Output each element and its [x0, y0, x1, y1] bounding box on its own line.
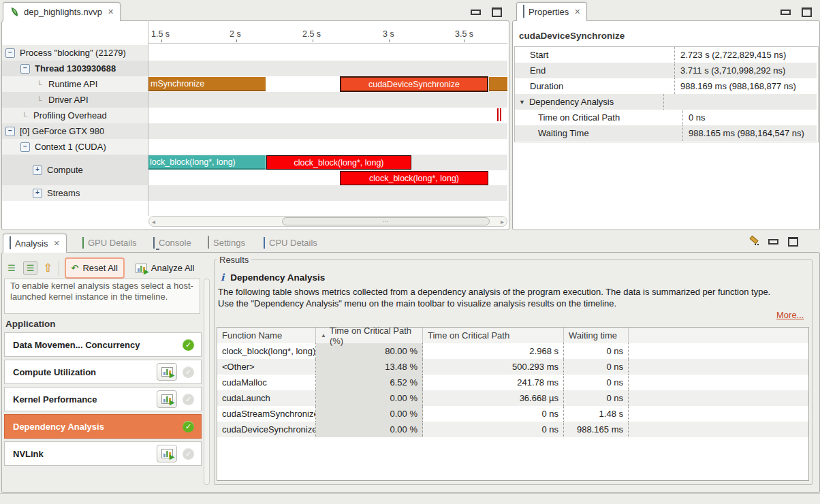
column-header-function-name[interactable]: Function Name [217, 328, 316, 343]
flat-list-icon[interactable]: ☰ [5, 262, 18, 274]
info-icon: i [221, 272, 224, 283]
minimize-icon[interactable] [471, 10, 481, 15]
column-header-time-pct[interactable]: ▲ Time on Critical Path (%) [316, 328, 423, 343]
tab-gpu-details[interactable]: GPU Details [76, 234, 143, 252]
close-icon[interactable]: ✕ [108, 7, 114, 16]
tab-settings[interactable]: Settings [202, 234, 251, 252]
analysis-card-nvlink[interactable]: NVLink ▶ ✓ [4, 441, 202, 466]
grouped-list-icon[interactable]: ☰ [23, 261, 38, 275]
collapse-icon[interactable]: − [5, 127, 15, 136]
tree-row-streams[interactable]: + Streams [0, 185, 180, 201]
collapse-icon[interactable]: − [20, 64, 30, 74]
tab-properties[interactable]: Properties ✕ [516, 2, 587, 21]
column-header-label: Time on Critical Path (%) [330, 326, 417, 346]
property-label: Duration [515, 81, 674, 91]
analysis-card-data-movement[interactable]: Data Movemen... Concurrency ✓ [4, 332, 202, 357]
cell-waiting: 0 ns [564, 375, 629, 390]
analysis-panel-scrollbar[interactable] [204, 279, 210, 485]
analysis-card-label: NVLink [13, 449, 157, 459]
column-header-time[interactable]: Time on Critical Path [423, 328, 564, 343]
cpu-details-tab-label: CPU Details [269, 238, 317, 248]
ruler-tick-label: 2.5 s [302, 29, 321, 39]
branch-icon: └ [35, 96, 44, 104]
timeline-bar-clock-block-2[interactable]: clock_block(long*, long) [340, 171, 488, 185]
tab-cpu-details[interactable]: CPU Details [257, 234, 324, 252]
run-analysis-button[interactable]: ▶ [157, 390, 177, 408]
tab-console[interactable]: Console [147, 234, 198, 252]
close-icon[interactable]: ✕ [574, 7, 580, 16]
tab-timeline[interactable]: dep_highlights.nvvp ✕ [3, 2, 121, 21]
status-bar-divider [0, 493, 820, 494]
bar-chart-icon: ▶ [161, 367, 173, 377]
close-icon[interactable]: ✕ [53, 239, 59, 248]
cell-time: 0 ns [423, 422, 564, 437]
analysis-card-label: Compute Utilization [13, 367, 157, 377]
tree-row-label: Runtime API [48, 79, 97, 89]
settings-tab-label: Settings [213, 238, 245, 248]
profiling-overhead-tick[interactable] [500, 108, 501, 121]
branch-icon: └ [35, 80, 44, 89]
tree-row-gpu[interactable]: − [0] GeForce GTX 980 [0, 123, 153, 139]
analyze-all-button[interactable]: ▶ Analyze All [130, 259, 200, 277]
collapse-icon[interactable]: − [20, 142, 30, 152]
minimize-icon[interactable] [780, 10, 791, 15]
tree-row-thread[interactable]: − Thread 1303930688 [0, 61, 168, 76]
cell-time: 241.78 ms [423, 375, 564, 390]
timeline-bar-cuda-device-synchronize[interactable]: cudaDeviceSynchronize [340, 76, 488, 92]
ruler-baseline [148, 43, 507, 44]
expander-down-icon[interactable]: ▼ [519, 99, 525, 106]
tree-row-driver-api[interactable]: └ Driver API [0, 92, 183, 108]
cell-pct: 13.48 % [316, 359, 423, 375]
scroll-right-icon[interactable]: ▸ [501, 218, 504, 225]
analysis-card-label: Dependency Analysis [13, 422, 183, 432]
analysis-card-kernel-performance[interactable]: Kernel Performance ▶ ✓ [4, 387, 202, 411]
tree-row-profiling-overhead[interactable]: └ Profiling Overhead [0, 108, 168, 123]
maximize-icon[interactable] [788, 237, 798, 247]
tree-row-process[interactable]: − Process "blocking" (21279) [0, 45, 153, 61]
tree-row-label: Process "blocking" (21279) [20, 48, 126, 58]
properties-row: End 3.711 s (3,710,998,292 ns) [515, 63, 817, 78]
cell-waiting: 0 ns [564, 390, 629, 406]
minimize-icon[interactable] [768, 239, 778, 245]
ruler-tick [161, 40, 162, 42]
column-header-waiting[interactable]: Waiting time [564, 328, 629, 343]
scrollbar-thumb[interactable]: ⋯ [282, 217, 490, 225]
timeline-h-scrollbar[interactable]: ◂ ⋯ ▸ [148, 216, 507, 227]
nvvp-window: dep_highlights.nvvp ✕ 1.5 s 2 s 2.5 s 3 … [0, 0, 820, 504]
run-analysis-button[interactable]: ▶ [157, 445, 177, 462]
tree-row-label: Thread 1303930688 [35, 63, 116, 74]
collapse-icon[interactable]: − [5, 48, 15, 58]
tree-row-context[interactable]: − Context 1 (CUDA) [0, 139, 168, 155]
gpu-details-tab-label: GPU Details [88, 238, 137, 248]
property-label: Time on Critical Path [515, 112, 682, 123]
scroll-left-icon[interactable]: ◂ [152, 218, 155, 225]
timeline-row-bg [148, 61, 507, 76]
cpu-details-icon [264, 238, 265, 248]
expand-icon[interactable]: + [33, 166, 42, 175]
undo-icon: ↶ [72, 263, 79, 273]
maximize-icon[interactable] [492, 7, 502, 17]
timeline-bar-cuda-stream-synchronize-2[interactable] [489, 77, 507, 91]
results-description: The following table shows metrics collec… [218, 286, 778, 309]
ruler-tick-label: 2 s [230, 29, 241, 39]
profiling-overhead-tick[interactable] [497, 108, 499, 121]
timeline-window-controls [471, 7, 502, 17]
timeline-bar-clock-block-1[interactable]: clock_block(long*, long) [266, 155, 411, 170]
more-link[interactable]: More... [776, 310, 804, 320]
reset-all-button[interactable]: ↶ Reset All [65, 257, 125, 279]
maximize-icon[interactable] [802, 7, 812, 17]
timeline-bar-cuda-stream-synchronize[interactable]: mSynchronize [148, 77, 266, 91]
analysis-card-compute-utilization[interactable]: Compute Utilization ▶ ✓ [4, 360, 202, 384]
reset-all-label: Reset All [82, 263, 117, 273]
property-value [663, 94, 817, 110]
kernel-analysis-notice: To enable kernel analysis stages select … [4, 279, 200, 314]
analysis-card-dependency-analysis[interactable]: Dependency Analysis ✓ [4, 414, 202, 439]
run-analysis-button[interactable]: ▶ [157, 363, 177, 381]
expand-icon[interactable]: + [33, 189, 42, 198]
tab-analysis[interactable]: Analysis ✕ [3, 234, 67, 253]
view-menu-icon[interactable] [749, 237, 759, 247]
ruler-tick-label: 3.5 s [455, 29, 473, 39]
results-heading-row: i Dependency Analysis [221, 272, 325, 283]
promote-up-icon[interactable]: ⇧ [43, 261, 52, 275]
timeline-bar-clock-block-selected[interactable]: lock_block(long*, long) [148, 155, 266, 170]
